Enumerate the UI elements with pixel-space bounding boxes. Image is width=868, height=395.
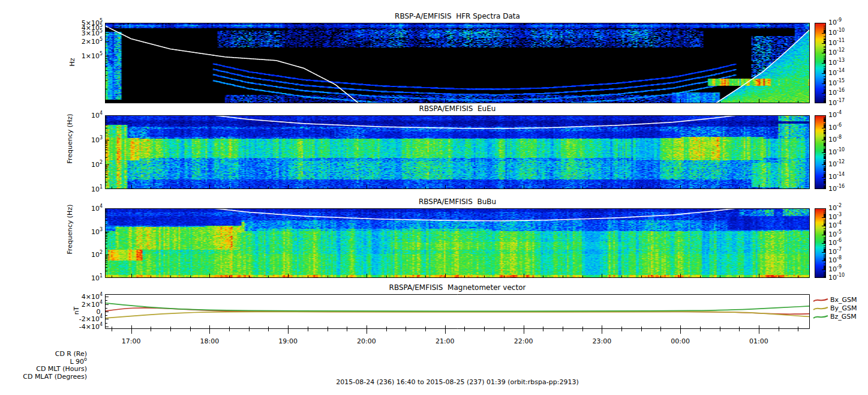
hfr-colorbar bbox=[815, 23, 826, 103]
colorbar-tick-label: 10-5 bbox=[828, 231, 842, 238]
y-tick-label: -2×104 bbox=[61, 315, 103, 323]
panel3-title: RBSPA/EMFISIS BuBu bbox=[105, 198, 810, 206]
y-tick-label: 101 bbox=[61, 185, 103, 193]
time-tick-label: 18:00 bbox=[196, 337, 223, 345]
y-tick-label: -4×104 bbox=[61, 323, 103, 331]
colorbar-tick-label: 10-4 bbox=[828, 222, 842, 229]
legend-label: Bx_GSM bbox=[830, 296, 857, 304]
legend-label: By_GSM bbox=[830, 304, 857, 312]
legend-line-swatch bbox=[813, 297, 828, 304]
colorbar-tick-label: 10-15 bbox=[828, 79, 845, 87]
hfr-spectrogram-canvas bbox=[105, 23, 810, 103]
colorbar-tick-label: 10-17 bbox=[828, 99, 845, 107]
colorbar-tick-label: 10-6 bbox=[828, 239, 842, 247]
panel1-title: RBSP-A/EMFISIS HFR Spectra Data bbox=[105, 12, 810, 20]
colorbar-tick-label: 10-6 bbox=[828, 124, 842, 131]
orbit-param-label: CD MLAT (Degrees) bbox=[3, 373, 87, 381]
y-tick-label: 1×105 bbox=[61, 52, 103, 60]
eueu-spectrogram-canvas bbox=[105, 115, 810, 189]
colorbar-tick-label: 10-16 bbox=[828, 89, 845, 97]
magnetometer-plot-canvas bbox=[105, 294, 810, 329]
orbit-param-label: CD R (Re) bbox=[3, 351, 87, 358]
y-tick-label: 104 bbox=[61, 205, 103, 213]
orbit-param-labels: CD R (Re)L 90oCD MLT (Hours)CD MLAT (Deg… bbox=[3, 351, 87, 381]
y-tick-label: 2×105 bbox=[61, 38, 103, 46]
legend-label: Bz_GSM bbox=[830, 313, 857, 321]
y-tick-label: 102 bbox=[61, 251, 103, 259]
orbit-param-label: CD MLT (Hours) bbox=[3, 366, 87, 373]
y-tick-label: 2×104 bbox=[61, 301, 103, 309]
colorbar-tick-label: 10-12 bbox=[828, 160, 845, 168]
colorbar-tick-label: 10-12 bbox=[828, 49, 845, 56]
panel2-title: RBSPA/EMFISIS EuEu bbox=[105, 104, 810, 113]
y-tick-label: 102 bbox=[61, 161, 103, 169]
colorbar-tick-label: 10-14 bbox=[828, 173, 845, 181]
legend-line-swatch bbox=[813, 313, 828, 321]
y-tick-label: 4×104 bbox=[61, 293, 103, 301]
y-tick-label: 3×105 bbox=[61, 29, 103, 37]
colorbar-tick-label: 10-16 bbox=[828, 185, 845, 193]
colorbar-tick-label: 10-10 bbox=[828, 148, 845, 156]
legend-item-by_gsm: By_GSM bbox=[813, 304, 857, 312]
panel4-title: RBSPA/EMFISIS Magnetometer vector bbox=[105, 283, 810, 292]
colorbar-tick-label: 10-2 bbox=[828, 204, 842, 212]
colorbar-tick-label: 10-7 bbox=[828, 248, 842, 256]
time-tick-label: 21:00 bbox=[432, 337, 458, 345]
time-tick-label: 19:00 bbox=[275, 337, 301, 345]
colorbar-tick-label: 10-9 bbox=[828, 19, 842, 26]
legend-item-bz_gsm: Bz_GSM bbox=[813, 313, 857, 321]
time-tick-label: 22:00 bbox=[510, 337, 537, 345]
colorbar-tick-label: 10-4 bbox=[828, 111, 842, 119]
y-tick-label: 104 bbox=[61, 112, 103, 119]
figure: RBSP-A/EMFISIS HFR Spectra Data RBSPA/EM… bbox=[0, 0, 868, 395]
time-tick-label: 23:00 bbox=[588, 337, 615, 345]
time-axis-ticks bbox=[105, 329, 810, 336]
y-tick-label: 103 bbox=[61, 228, 103, 236]
eueu-colorbar bbox=[815, 115, 826, 189]
legend-line-swatch bbox=[813, 305, 828, 312]
bubu-colorbar bbox=[815, 208, 826, 278]
colorbar-tick-label: 10-10 bbox=[828, 274, 845, 282]
colorbar-tick-label: 10-3 bbox=[828, 213, 842, 221]
y-tick-label: 103 bbox=[61, 136, 103, 144]
colorbar-tick-label: 10-8 bbox=[828, 136, 842, 143]
time-tick-label: 17:00 bbox=[118, 337, 145, 345]
colorbar-tick-label: 10-11 bbox=[828, 39, 845, 47]
colorbar-tick-label: 10-8 bbox=[828, 256, 842, 264]
figure-caption: 2015-08-24 (236) 16:40 to 2015-08-25 (23… bbox=[105, 378, 810, 386]
time-tick-label: 01:00 bbox=[746, 337, 772, 345]
colorbar-tick-label: 10-9 bbox=[828, 265, 842, 273]
legend-item-bx_gsm: Bx_GSM bbox=[813, 296, 857, 304]
y-tick-label: 101 bbox=[61, 274, 103, 282]
time-tick-label: 20:00 bbox=[353, 337, 380, 345]
time-tick-label: 00:00 bbox=[667, 337, 693, 345]
bubu-spectrogram-canvas bbox=[105, 208, 810, 278]
colorbar-tick-label: 10-14 bbox=[828, 69, 845, 77]
colorbar-tick-label: 10-10 bbox=[828, 29, 845, 37]
colorbar-tick-label: 10-13 bbox=[828, 59, 845, 67]
